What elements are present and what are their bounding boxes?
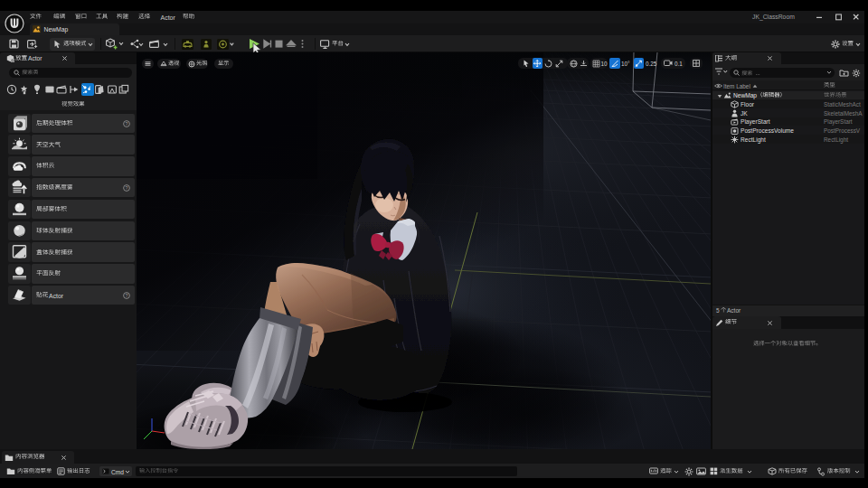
svg-text:?: ? bbox=[125, 185, 127, 191]
svg-text:?: ? bbox=[125, 293, 127, 298]
svg-text:?: ? bbox=[125, 121, 127, 127]
